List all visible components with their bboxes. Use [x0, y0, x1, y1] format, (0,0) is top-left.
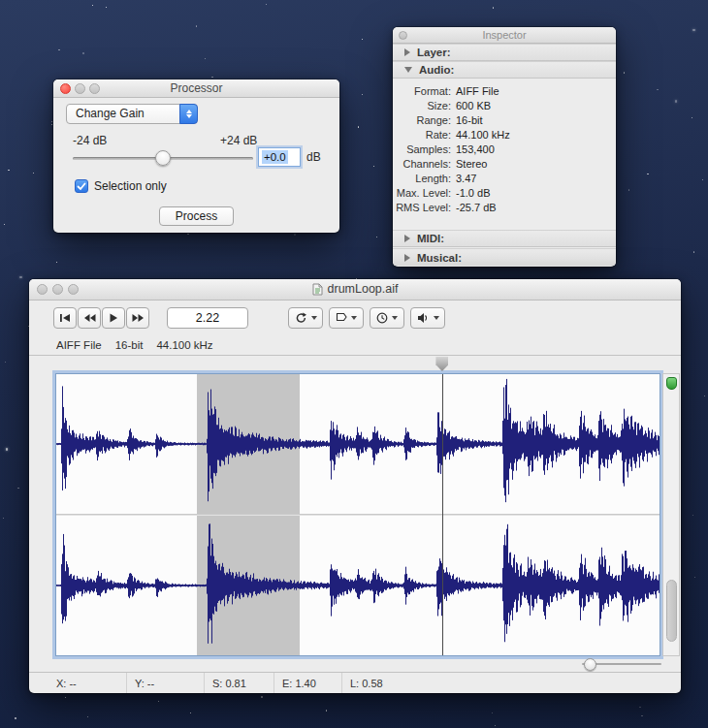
- close-button[interactable]: [37, 284, 48, 295]
- section-audio[interactable]: Audio:: [393, 61, 616, 79]
- zoom-slider-thumb[interactable]: [584, 658, 596, 671]
- disclosure-expanded-icon[interactable]: [404, 67, 412, 73]
- transport-toolbar: 2.22: [29, 301, 681, 334]
- zoom-button[interactable]: [68, 284, 79, 295]
- window-title: drumLoop.aif: [328, 279, 399, 300]
- minimize-button[interactable]: [75, 83, 85, 94]
- gain-slider[interactable]: [71, 149, 255, 167]
- property-row: RMS Level:-25.7 dB: [393, 200, 616, 214]
- clock-icon: [376, 312, 388, 324]
- status-selection-end: E: 1.40: [274, 673, 341, 693]
- loop-dropdown-button[interactable]: [288, 307, 323, 329]
- gain-value-field[interactable]: +0.0: [258, 147, 301, 167]
- close-button[interactable]: [399, 31, 407, 40]
- disclosure-collapsed-icon[interactable]: [404, 235, 410, 242]
- time-display-field[interactable]: 2.22: [167, 307, 248, 329]
- property-row: Format:AIFF File: [393, 83, 616, 98]
- selection-only-label: Selection only: [94, 179, 167, 193]
- document-window: drumLoop.aif: [29, 279, 681, 693]
- section-layer[interactable]: Layer:: [393, 44, 616, 61]
- property-row: Rate:44.100 kHz: [393, 127, 616, 142]
- fast-forward-button[interactable]: [126, 307, 149, 329]
- property-row: Samples:153,400: [393, 142, 616, 156]
- document-titlebar[interactable]: drumLoop.aif: [29, 279, 681, 301]
- popup-stepper-icon: [179, 104, 198, 124]
- processor-titlebar[interactable]: Processor: [53, 79, 339, 98]
- status-y: Y: --: [126, 673, 204, 693]
- process-button[interactable]: Process: [159, 206, 234, 226]
- play-button[interactable]: [102, 307, 125, 329]
- disclosure-collapsed-icon[interactable]: [404, 48, 410, 56]
- section-musical[interactable]: Musical:: [393, 248, 616, 266]
- audio-properties-list: Format:AIFF File Size:600 KB Range:16-bi…: [393, 83, 616, 214]
- window-title: Inspector: [393, 27, 616, 43]
- gain-unit-label: dB: [306, 150, 321, 164]
- effect-popup-button[interactable]: Change Gain: [66, 104, 198, 124]
- rewind-icon: [83, 313, 96, 323]
- selection-only-checkbox[interactable]: [75, 179, 88, 193]
- desktop: Processor Change Gain -24 dB +24 dB +0.0…: [0, 0, 708, 728]
- time-ruler[interactable]: [29, 356, 681, 373]
- close-button[interactable]: [60, 83, 71, 94]
- minimize-button[interactable]: [52, 284, 63, 295]
- format-label: AIFF File: [56, 339, 102, 351]
- format-info-bar: AIFF File 16-bit 44.100 kHz: [29, 334, 681, 356]
- inspector-titlebar[interactable]: Inspector: [393, 27, 616, 44]
- rewind-button[interactable]: [78, 307, 101, 329]
- gain-value-text: +0.0: [262, 150, 288, 164]
- section-midi[interactable]: MIDI:: [393, 230, 616, 247]
- play-icon: [109, 313, 118, 323]
- zoom-button[interactable]: [89, 83, 100, 94]
- green-indicator-icon[interactable]: [666, 377, 677, 390]
- vertical-scrollbar[interactable]: [662, 373, 680, 656]
- status-selection-length: L: 0.58: [341, 673, 681, 693]
- fast-forward-icon: [132, 313, 145, 323]
- volume-dropdown-button[interactable]: [410, 307, 445, 329]
- status-selection-start: S: 0.81: [204, 673, 274, 693]
- document-proxy-icon: [312, 283, 323, 296]
- slider-max-label: +24 dB: [220, 134, 257, 147]
- playhead-line[interactable]: [442, 374, 443, 655]
- effect-popup-value: Change Gain: [76, 107, 145, 120]
- sample-rate-label: 44.100 kHz: [156, 339, 212, 351]
- zoom-slider[interactable]: [582, 656, 661, 672]
- speaker-icon: [417, 312, 430, 324]
- chevron-down-icon: [434, 316, 439, 320]
- marker-tag-icon: [336, 312, 347, 324]
- marker-dropdown-button[interactable]: [329, 307, 364, 329]
- chevron-down-icon: [311, 316, 317, 320]
- status-bar: X: -- Y: -- S: 0.81 E: 1.40 L: 0.58: [29, 672, 681, 693]
- waveform-view[interactable]: [55, 373, 660, 656]
- waveform-channel-left[interactable]: [56, 374, 660, 514]
- status-x: X: --: [29, 673, 126, 693]
- slider-min-label: -24 dB: [73, 134, 107, 147]
- clock-dropdown-button[interactable]: [370, 307, 404, 329]
- chevron-down-icon: [392, 316, 398, 320]
- disclosure-collapsed-icon[interactable]: [404, 254, 410, 262]
- property-row: Size:600 KB: [393, 98, 616, 112]
- waveform-channel-right[interactable]: [56, 516, 660, 655]
- gain-slider-thumb[interactable]: [155, 150, 171, 166]
- property-row: Range:16-bit: [393, 112, 616, 127]
- inspector-window: Inspector Layer: Audio: Format:AIFF File…: [393, 27, 616, 267]
- loop-icon: [295, 312, 307, 324]
- bit-depth-label: 16-bit: [115, 339, 144, 351]
- property-row: Channels:Stereo: [393, 156, 616, 171]
- property-row: Max. Level:-1.0 dB: [393, 185, 616, 200]
- property-row: Length:3.47: [393, 171, 616, 185]
- bottom-controls-strip: [29, 656, 681, 672]
- vertical-scrollbar-thumb[interactable]: [666, 580, 677, 642]
- skip-to-start-icon: [59, 313, 71, 323]
- go-to-start-button[interactable]: [53, 307, 77, 329]
- processor-window: Processor Change Gain -24 dB +24 dB +0.0…: [53, 79, 339, 233]
- chevron-down-icon: [351, 316, 357, 320]
- checkmark-icon: [77, 182, 86, 191]
